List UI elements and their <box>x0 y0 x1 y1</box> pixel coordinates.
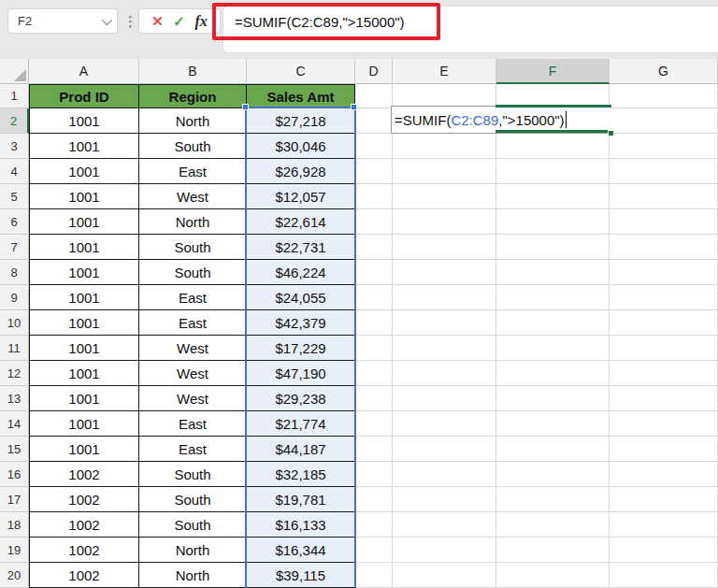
cell-D10[interactable] <box>355 310 393 336</box>
cell-D20[interactable] <box>355 563 393 588</box>
cell-A10[interactable]: 1001 <box>29 310 139 336</box>
cell-A20[interactable]: 1002 <box>29 563 139 588</box>
cell-B9[interactable]: East <box>139 285 247 310</box>
cell-A12[interactable]: 1001 <box>29 361 139 386</box>
cell-E20[interactable] <box>393 563 496 588</box>
cell-D4[interactable] <box>355 159 393 184</box>
cell-G4[interactable] <box>610 159 718 184</box>
cell-C2[interactable]: $27,218 <box>247 108 355 134</box>
row-header-12[interactable]: 12 <box>0 361 29 386</box>
cell-E12[interactable] <box>393 361 496 386</box>
cell-B15[interactable]: East <box>139 437 247 462</box>
cell-G11[interactable] <box>610 336 718 361</box>
cell-B6[interactable]: North <box>139 209 247 235</box>
cell-D1[interactable] <box>355 84 393 108</box>
cell-D17[interactable] <box>355 487 393 512</box>
cell-D15[interactable] <box>355 437 393 462</box>
cell-B7[interactable]: South <box>139 235 247 260</box>
row-header-2[interactable]: 2 <box>0 108 29 134</box>
cell-B5[interactable]: West <box>139 184 247 209</box>
row-header-13[interactable]: 13 <box>0 386 29 411</box>
cell-G16[interactable] <box>610 462 718 487</box>
cell-E19[interactable] <box>393 538 496 563</box>
cell-G15[interactable] <box>610 437 718 462</box>
fill-handle[interactable] <box>608 130 614 136</box>
cell-G5[interactable] <box>610 184 718 209</box>
cell-G3[interactable] <box>610 134 718 159</box>
cell-E5[interactable] <box>393 184 496 209</box>
cell-D2[interactable] <box>355 108 393 134</box>
cell-E14[interactable] <box>393 411 496 437</box>
row-header-20[interactable]: 20 <box>0 563 29 588</box>
cell-C13[interactable]: $29,238 <box>247 386 355 411</box>
cell-F15[interactable] <box>496 437 610 462</box>
cell-E8[interactable] <box>393 260 496 285</box>
cell-G20[interactable] <box>610 563 718 588</box>
cell-C18[interactable]: $16,133 <box>247 512 355 538</box>
row-header-9[interactable]: 9 <box>0 285 29 310</box>
name-box[interactable]: F2 <box>7 8 118 34</box>
cell-G9[interactable] <box>610 285 718 310</box>
column-header-G[interactable]: G <box>610 59 718 84</box>
row-header-6[interactable]: 6 <box>0 209 29 235</box>
cell-A6[interactable]: 1001 <box>29 209 139 235</box>
cell-B18[interactable]: South <box>139 512 247 538</box>
cell-D18[interactable] <box>355 512 393 538</box>
cell-A15[interactable]: 1001 <box>29 437 139 462</box>
enter-icon[interactable]: ✓ <box>173 13 185 30</box>
cell-C8[interactable]: $46,224 <box>247 260 355 285</box>
cell-E10[interactable] <box>393 310 496 336</box>
cell-D8[interactable] <box>355 260 393 285</box>
row-header-11[interactable]: 11 <box>0 336 29 361</box>
cell-G19[interactable] <box>610 538 718 563</box>
cell-B1[interactable]: Region <box>139 84 247 108</box>
cell-C17[interactable]: $19,781 <box>247 487 355 512</box>
cell-B20[interactable]: North <box>139 563 247 588</box>
cell-E3[interactable] <box>393 134 496 159</box>
cell-C1[interactable]: Sales Amt <box>247 84 355 108</box>
cell-F17[interactable] <box>496 487 610 512</box>
cell-B10[interactable]: East <box>139 310 247 336</box>
cell-D5[interactable] <box>355 184 393 209</box>
cell-A9[interactable]: 1001 <box>29 285 139 310</box>
cell-C15[interactable]: $44,187 <box>247 437 355 462</box>
cell-E13[interactable] <box>393 386 496 411</box>
cell-F10[interactable] <box>496 310 610 336</box>
cell-A17[interactable]: 1002 <box>29 487 139 512</box>
cell-B11[interactable]: West <box>139 336 247 361</box>
cell-D12[interactable] <box>355 361 393 386</box>
cell-E18[interactable] <box>393 512 496 538</box>
cell-G1[interactable] <box>610 84 718 108</box>
cell-G6[interactable] <box>610 209 718 235</box>
cell-A16[interactable]: 1002 <box>29 462 139 487</box>
cell-G17[interactable] <box>610 487 718 512</box>
cell-D11[interactable] <box>355 336 393 361</box>
cell-C6[interactable]: $22,614 <box>247 209 355 235</box>
cell-E4[interactable] <box>393 159 496 184</box>
row-header-18[interactable]: 18 <box>0 512 29 538</box>
cell-E9[interactable] <box>393 285 496 310</box>
cell-D13[interactable] <box>355 386 393 411</box>
cell-F16[interactable] <box>496 462 610 487</box>
row-header-14[interactable]: 14 <box>0 411 29 437</box>
cell-G12[interactable] <box>610 361 718 386</box>
cell-A11[interactable]: 1001 <box>29 336 139 361</box>
chevron-down-icon[interactable] <box>102 14 112 24</box>
column-header-C[interactable]: C <box>247 59 355 84</box>
cell-E11[interactable] <box>393 336 496 361</box>
range-handle-top-right[interactable] <box>351 104 357 110</box>
cell-C16[interactable]: $32,185 <box>247 462 355 487</box>
row-header-10[interactable]: 10 <box>0 310 29 336</box>
cell-A1[interactable]: Prod ID <box>29 84 139 108</box>
column-header-B[interactable]: B <box>139 59 247 84</box>
cell-B12[interactable]: West <box>139 361 247 386</box>
cell-A7[interactable]: 1001 <box>29 235 139 260</box>
cell-F4[interactable] <box>496 159 610 184</box>
cell-C19[interactable]: $16,344 <box>247 538 355 563</box>
cell-C9[interactable]: $24,055 <box>247 285 355 310</box>
cell-B14[interactable]: East <box>139 411 247 437</box>
range-handle-top-left[interactable] <box>242 104 249 110</box>
cell-F11[interactable] <box>496 336 610 361</box>
cell-F14[interactable] <box>496 411 610 437</box>
cell-F13[interactable] <box>496 386 610 411</box>
